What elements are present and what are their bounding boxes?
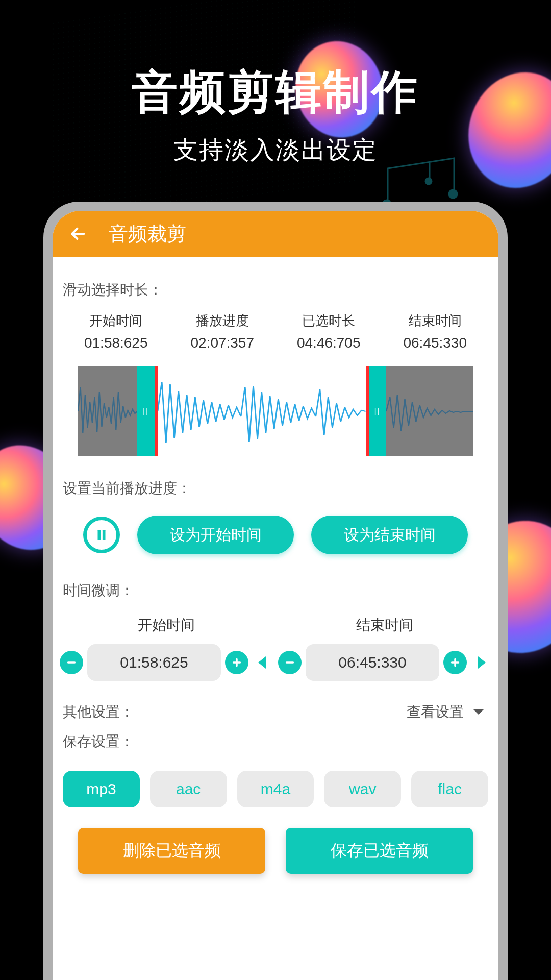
fine-tune-controls: 开始时间 01:58:625 bbox=[53, 616, 498, 681]
playback-controls: 设为开始时间 设为结束时间 bbox=[53, 510, 498, 573]
pause-button[interactable] bbox=[83, 517, 120, 553]
start-time-readout: 开始时间 01:58:625 bbox=[63, 312, 169, 351]
phone-frame: 音频裁剪 滑动选择时长： 开始时间 01:58:625 播放进度 02:07:3… bbox=[43, 202, 508, 980]
app-bar: 音频裁剪 bbox=[53, 211, 498, 257]
format-option-m4a[interactable]: m4a bbox=[237, 771, 314, 807]
promo-banner: 音频剪辑制作 支持淡入淡出设定 bbox=[0, 61, 551, 166]
chevron-down-icon bbox=[471, 704, 486, 720]
back-button[interactable] bbox=[68, 224, 88, 244]
editor-panel: 滑动选择时长： 开始时间 01:58:625 播放进度 02:07:357 已选… bbox=[53, 257, 498, 899]
promo-subtitle: 支持淡入淡出设定 bbox=[0, 134, 551, 166]
format-option-mp3[interactable]: mp3 bbox=[63, 771, 140, 807]
format-option-aac[interactable]: aac bbox=[150, 771, 227, 807]
other-settings-row[interactable]: 其他设置： 查看设置 bbox=[53, 681, 498, 728]
selection-end-handle[interactable]: || bbox=[369, 366, 386, 456]
format-option-wav[interactable]: wav bbox=[324, 771, 401, 807]
slide-label: 滑动选择时长： bbox=[53, 272, 498, 312]
format-selector: mp3 aac m4a wav flac bbox=[53, 764, 498, 823]
time-readouts: 开始时间 01:58:625 播放进度 02:07:357 已选时长 04:46… bbox=[53, 312, 498, 360]
other-settings-label: 其他设置： bbox=[63, 702, 134, 722]
waveform-after-selection bbox=[386, 366, 473, 456]
selected-duration-readout: 已选时长 04:46:705 bbox=[276, 312, 382, 351]
fine-tune-start: 开始时间 01:58:625 bbox=[60, 616, 273, 681]
waveform-selection[interactable] bbox=[155, 366, 369, 456]
waveform-before-selection bbox=[78, 366, 137, 456]
start-decrement-button[interactable] bbox=[60, 651, 83, 674]
svg-rect-5 bbox=[67, 662, 76, 664]
save-settings-label: 保存设置： bbox=[53, 728, 498, 764]
set-start-button[interactable]: 设为开始时间 bbox=[137, 516, 294, 554]
set-end-button[interactable]: 设为结束时间 bbox=[311, 516, 468, 554]
svg-rect-3 bbox=[98, 530, 101, 540]
waveform-editor[interactable]: || || bbox=[78, 366, 473, 456]
svg-point-1 bbox=[449, 190, 457, 198]
other-settings-action: 查看设置 bbox=[407, 702, 464, 722]
end-time-readout: 结束时间 06:45:330 bbox=[382, 312, 489, 351]
start-prev-arrow-icon[interactable] bbox=[253, 651, 273, 674]
fine-tune-end: 结束时间 06:45:330 bbox=[278, 616, 491, 681]
svg-point-2 bbox=[425, 178, 432, 184]
format-option-flac[interactable]: flac bbox=[411, 771, 488, 807]
delete-selection-button[interactable]: 删除已选音频 bbox=[78, 828, 265, 874]
svg-rect-4 bbox=[103, 530, 106, 540]
promo-title: 音频剪辑制作 bbox=[0, 61, 551, 124]
appbar-title: 音频裁剪 bbox=[109, 221, 186, 247]
end-decrement-button[interactable] bbox=[278, 651, 302, 674]
svg-rect-7 bbox=[236, 658, 238, 667]
app-screen: 音频裁剪 滑动选择时长： 开始时间 01:58:625 播放进度 02:07:3… bbox=[53, 211, 498, 980]
end-increment-button[interactable] bbox=[443, 651, 467, 674]
action-buttons: 删除已选音频 保存已选音频 bbox=[53, 823, 498, 879]
selection-start-handle[interactable]: || bbox=[137, 366, 155, 456]
save-selection-button[interactable]: 保存已选音频 bbox=[286, 828, 473, 874]
progress-time-readout: 播放进度 02:07:357 bbox=[169, 312, 276, 351]
end-time-field[interactable]: 06:45:330 bbox=[306, 644, 439, 681]
fine-tune-label: 时间微调： bbox=[53, 573, 498, 612]
svg-rect-10 bbox=[454, 658, 456, 667]
end-next-arrow-icon[interactable] bbox=[471, 651, 491, 674]
start-time-field[interactable]: 01:58:625 bbox=[87, 644, 221, 681]
progress-label: 设置当前播放进度： bbox=[53, 471, 498, 510]
start-increment-button[interactable] bbox=[225, 651, 248, 674]
svg-rect-8 bbox=[286, 662, 294, 664]
